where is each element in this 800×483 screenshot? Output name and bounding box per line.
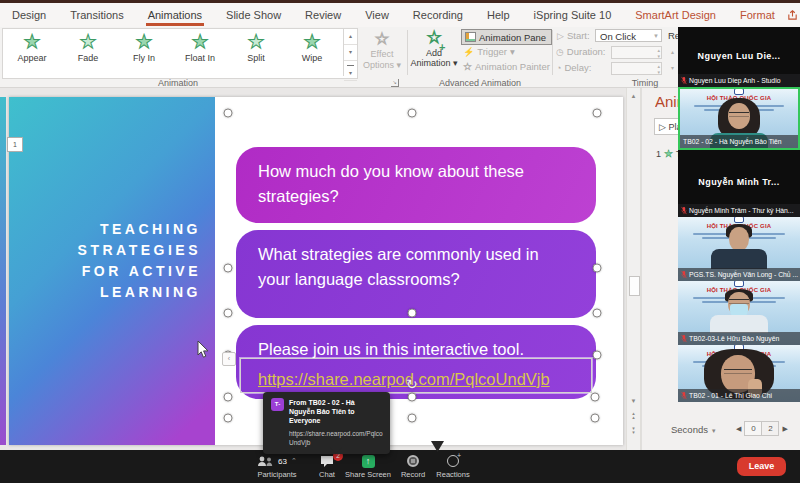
selection-handle[interactable] — [591, 414, 600, 423]
tab-design[interactable]: Design — [0, 3, 58, 27]
participant-tile-nguyen-van-long[interactable]: HỘI THẢO QUỐC GIA PGS.TS. Nguyễn Văn Lon… — [678, 217, 800, 281]
gallery-scroll-down-icon[interactable]: ▾ — [344, 45, 357, 61]
participants-count: 63 — [278, 457, 287, 466]
tab-animations[interactable]: Animations — [136, 3, 214, 27]
zoom-screenshare-window: Design Transitions Animations Slide Show… — [0, 0, 800, 483]
selection-handle[interactable] — [408, 393, 417, 402]
participants-button[interactable]: 63 ⌃ Participants — [246, 454, 308, 479]
share-screen-label: Share Screen — [340, 470, 396, 479]
participant-name-label: PGS.TS. Nguyễn Văn Long - Chủ ... — [678, 268, 800, 281]
effect-split[interactable]: ★Split — [229, 31, 283, 63]
animation-painter-button[interactable]: ☆ Animation Painter — [463, 61, 550, 72]
effect-wipe[interactable]: ★Wipe — [285, 31, 339, 63]
share-button[interactable]: Share — [787, 9, 800, 21]
effect-options-label: Effect — [371, 49, 394, 59]
question-box-1[interactable]: How much do you know about these strateg… — [236, 147, 596, 223]
participant-tile-le-huu-bao-nguyen[interactable]: HỘI THẢO QUỐC GIA TB02-03-Lê Hữu Bảo Ngu… — [678, 281, 800, 345]
participants-caret-icon[interactable]: ⌃ — [291, 457, 297, 465]
participant-tile-nguyen-luu-diep-anh[interactable]: Nguyen Luu Die... Nguyen Luu Diep Anh - … — [678, 27, 800, 87]
chat-notification-popup[interactable]: T- From TB02 - 02 - Hà Nguyễn Bảo Tiên t… — [263, 392, 390, 454]
zoom-meeting-toolbar: 63 ⌃ Participants 2 Chat ↑ Share Screen … — [0, 450, 800, 483]
move-earlier-icon[interactable]: ▴ — [671, 48, 674, 55]
gallery-scroll-buttons: ▴ ▾ ▾ — [343, 29, 357, 76]
participant-name-label: Nguyễn Minh Trâm - Thư ký Hàn... — [678, 204, 800, 217]
selection-handle[interactable] — [593, 109, 602, 118]
trigger-button[interactable]: ⚡ Trigger ▾ — [463, 46, 515, 57]
timeline-left-icon[interactable]: ◀ — [733, 425, 744, 433]
question-box-2[interactable]: What strategies are commonly used in you… — [236, 230, 596, 318]
tab-review[interactable]: Review — [293, 3, 353, 27]
participant-tile-le-thi-giao-chi[interactable]: HỘI THẢO QUỐC GIA TB02 - 01 - Lê Thị Gia… — [678, 345, 800, 402]
scroll-down-icon[interactable]: ▼ — [627, 396, 640, 406]
tab-format[interactable]: Format — [728, 3, 787, 27]
effect-fade[interactable]: ★Fade — [61, 31, 115, 63]
add-animation-label: Animation — [410, 58, 450, 68]
start-label: Start: — [567, 30, 590, 41]
delay-label: Delay: — [564, 62, 591, 73]
selection-handle[interactable] — [224, 393, 233, 402]
slide-vertical-scrollbar[interactable]: ▲ ▼ ▴▴ ▾▾ — [626, 88, 641, 450]
share-screen-button[interactable]: ↑ Share Screen — [340, 454, 396, 479]
muted-mic-icon — [681, 270, 687, 279]
selection-handle[interactable] — [408, 309, 417, 318]
seconds-caret-icon: ▼ — [711, 428, 717, 434]
leave-button[interactable]: Leave — [737, 457, 786, 476]
effect-appear[interactable]: ★Appear — [5, 31, 59, 63]
reactions-button[interactable]: + Reactions — [428, 454, 478, 479]
selection-handle[interactable] — [408, 109, 417, 118]
animation-dialog-launcher-icon[interactable]: ↘ — [391, 79, 399, 87]
appear-star-icon: ★ — [5, 31, 59, 53]
scroll-up-icon[interactable]: ▲ — [627, 91, 640, 101]
animation-list-item[interactable]: 1 ★ T — [656, 148, 678, 159]
selection-handle[interactable] — [593, 351, 602, 360]
tab-ispring-suite[interactable]: iSpring Suite 10 — [522, 3, 624, 27]
share-screen-icon: ↑ — [362, 455, 375, 468]
add-animation-button[interactable]: ☆+ Add Animation ▾ — [410, 28, 458, 68]
selection-handle[interactable] — [224, 109, 233, 118]
reactions-label: Reactions — [428, 470, 478, 479]
tab-transitions[interactable]: Transitions — [58, 3, 135, 27]
chat-sender-avatar: T- — [271, 398, 284, 411]
selection-handle[interactable] — [591, 393, 600, 402]
tab-view[interactable]: View — [353, 3, 401, 27]
timeline-start-value[interactable]: 0 — [744, 421, 762, 436]
previous-slide-icon[interactable]: ▴▴ — [627, 411, 640, 419]
selection-handle[interactable] — [593, 309, 602, 318]
gallery-scroll-up-icon[interactable]: ▴ — [344, 29, 357, 45]
slide-gradient-panel: TEACHING STRATEGIES FOR ACTIVE LEARNING — [9, 97, 215, 445]
selection-handle[interactable] — [593, 264, 602, 273]
move-later-icon[interactable]: ▾ — [671, 64, 674, 71]
tab-recording[interactable]: Recording — [401, 3, 475, 27]
animation-pane-label: Animation Pane — [479, 32, 546, 43]
start-dropdown[interactable]: On Click ▼ — [595, 29, 662, 42]
selection-handle[interactable] — [224, 414, 233, 423]
add-animation-star-icon: ☆+ — [410, 28, 458, 48]
tab-slide-show[interactable]: Slide Show — [214, 3, 293, 27]
seconds-dropdown[interactable]: Seconds ▼ — [671, 424, 717, 435]
effect-options-button[interactable]: ☆ Effect Options ▾ — [360, 29, 404, 71]
reactions-icon: + — [447, 455, 459, 467]
start-play-icon: ▷ — [557, 31, 564, 41]
tab-smartart-design[interactable]: SmartArt Design — [623, 3, 728, 27]
next-slide-icon[interactable]: ▾▾ — [627, 426, 640, 434]
group-label-animation: Animation — [2, 78, 354, 88]
scrollbar-thumb[interactable] — [629, 276, 640, 296]
effect-fly-in[interactable]: ★Fly In — [117, 31, 171, 63]
timeline-end-value[interactable]: 2 — [762, 421, 779, 436]
timeline-right-icon[interactable]: ▶ — [779, 425, 790, 433]
delay-clock-icon: ◔ — [556, 63, 561, 73]
effect-float-in[interactable]: ★Float In — [173, 31, 227, 63]
collapse-chevron-button[interactable]: ‹ — [222, 352, 236, 366]
selection-handle[interactable] — [224, 309, 233, 318]
participant-tile-nguyen-minh-tram[interactable]: Nguyễn Minh Tr... Nguyễn Minh Trâm - Thư… — [678, 150, 800, 217]
animation-pane-button[interactable]: Animation Pane — [461, 29, 552, 45]
selection-handle[interactable] — [224, 264, 233, 273]
rotation-handle-icon[interactable]: ↻ — [406, 376, 418, 392]
duration-spinner[interactable]: ▴▾ — [611, 46, 662, 59]
tab-help[interactable]: Help — [475, 3, 522, 27]
participant-tile-ha-nguyen-bao-tien[interactable]: HỘI THẢO QUỐC GIA TB02 - 02 - Hà Nguyễn … — [678, 87, 800, 150]
delay-spinner[interactable]: ▴▾ — [611, 62, 662, 75]
dropdown-caret-icon: ▼ — [653, 30, 659, 43]
selection-handle[interactable] — [408, 414, 417, 423]
effect-label: Appear — [5, 53, 59, 63]
